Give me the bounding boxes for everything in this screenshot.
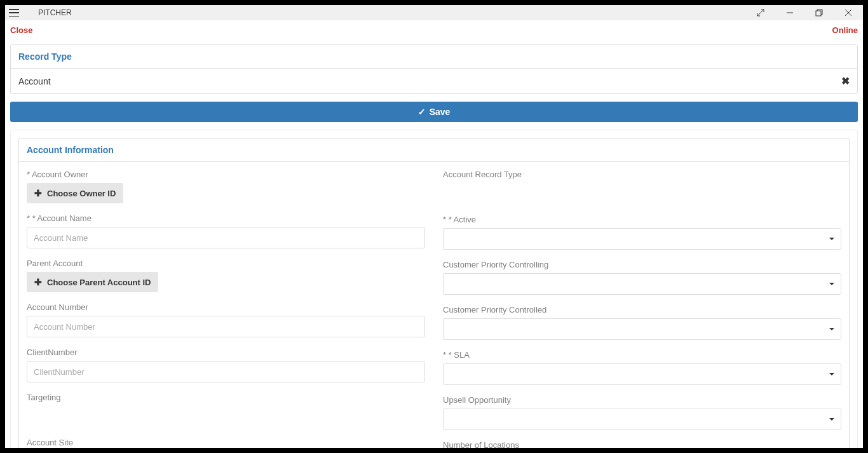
chevron-down-icon	[829, 418, 834, 421]
record-type-header: Record Type	[11, 45, 857, 69]
field-parent-account: Parent Account ✚ Choose Parent Account I…	[27, 259, 425, 292]
field-targeting: Targeting	[27, 393, 425, 428]
label-targeting: Targeting	[27, 393, 425, 402]
customer-priority-controlling-select[interactable]	[443, 273, 841, 295]
field-account-number: Account Number	[27, 302, 425, 337]
field-customer-priority-controlling: Customer Priority Controlling	[443, 260, 841, 295]
clear-record-type-icon[interactable]: ✖	[841, 75, 850, 87]
label-upsell-opportunity: Upsell Opportunity	[443, 395, 841, 405]
field-account-name: * * Account Name	[27, 213, 425, 248]
field-active: * * Active	[443, 215, 841, 250]
label-sla: * * SLA	[443, 350, 841, 360]
label-account-site: Account Site	[27, 438, 425, 447]
plus-icon: ✚	[34, 188, 42, 198]
svg-rect-0	[816, 11, 821, 16]
chevron-down-icon	[829, 373, 834, 375]
field-account-record-type: Account Record Type	[443, 170, 841, 205]
upsell-opportunity-select[interactable]	[443, 409, 841, 430]
online-link[interactable]: Online	[832, 25, 858, 35]
window-titlebar: PITCHER	[5, 5, 863, 20]
chevron-down-icon	[829, 283, 834, 285]
content-area: Record Type Account ✖ ✓ Save Account Inf…	[5, 39, 863, 448]
record-type-panel: Record Type Account ✖	[10, 44, 858, 94]
save-button-label: Save	[430, 107, 451, 117]
choose-owner-id-button[interactable]: ✚ Choose Owner ID	[27, 183, 123, 203]
account-info-panel: Account Information * Account Owner ✚ Ch…	[18, 138, 850, 448]
field-customer-priority-controlled: Customer Priority Controlled	[443, 305, 841, 340]
label-number-of-locations: Number of Locations	[443, 440, 841, 448]
choose-parent-account-label: Choose Parent Account ID	[47, 278, 151, 287]
chevron-down-icon	[829, 238, 834, 240]
field-sla: * * SLA	[443, 350, 841, 385]
form-container: Account Information * Account Owner ✚ Ch…	[10, 130, 858, 448]
app-title: PITCHER	[38, 8, 72, 17]
label-account-record-type: Account Record Type	[443, 170, 841, 179]
label-account-name: * * Account Name	[27, 213, 425, 223]
field-client-number: ClientNumber	[27, 348, 425, 382]
sla-select[interactable]	[443, 363, 841, 385]
plus-icon: ✚	[34, 277, 42, 287]
label-client-number: ClientNumber	[27, 348, 425, 357]
field-number-of-locations: Number of Locations	[443, 440, 841, 448]
record-type-row[interactable]: Account ✖	[11, 69, 857, 93]
close-link[interactable]: Close	[10, 25, 32, 35]
window-controls	[746, 5, 863, 20]
active-select[interactable]	[443, 228, 841, 250]
label-parent-account: Parent Account	[27, 259, 425, 268]
choose-parent-account-button[interactable]: ✚ Choose Parent Account ID	[27, 272, 158, 292]
field-account-site: Account Site	[27, 438, 425, 447]
label-account-number: Account Number	[27, 302, 425, 312]
close-window-icon[interactable]	[834, 5, 863, 20]
field-account-owner: * Account Owner ✚ Choose Owner ID	[27, 170, 425, 203]
account-info-header: Account Information	[19, 139, 849, 162]
account-name-input[interactable]	[27, 227, 425, 248]
label-account-owner: * Account Owner	[27, 170, 425, 179]
expand-icon[interactable]	[746, 5, 775, 20]
form-right-column: Account Record Type * * Active Customer …	[434, 170, 841, 448]
check-icon: ✓	[418, 107, 426, 117]
hamburger-menu-icon[interactable]	[9, 9, 19, 17]
record-type-value: Account	[18, 76, 51, 86]
form-left-column: * Account Owner ✚ Choose Owner ID * * Ac…	[27, 170, 434, 448]
minimize-icon[interactable]	[775, 5, 804, 20]
chevron-down-icon	[829, 328, 834, 330]
account-number-input[interactable]	[27, 316, 425, 337]
save-button[interactable]: ✓ Save	[10, 102, 858, 122]
customer-priority-controlled-select[interactable]	[443, 318, 841, 340]
top-nav: Close Online	[5, 20, 863, 39]
maximize-icon[interactable]	[804, 5, 834, 20]
choose-owner-id-label: Choose Owner ID	[47, 189, 116, 198]
client-number-input[interactable]	[27, 361, 425, 382]
label-active: * * Active	[443, 215, 841, 224]
label-customer-priority-controlled: Customer Priority Controlled	[443, 305, 841, 314]
field-upsell-opportunity: Upsell Opportunity	[443, 395, 841, 430]
label-customer-priority-controlling: Customer Priority Controlling	[443, 260, 841, 269]
